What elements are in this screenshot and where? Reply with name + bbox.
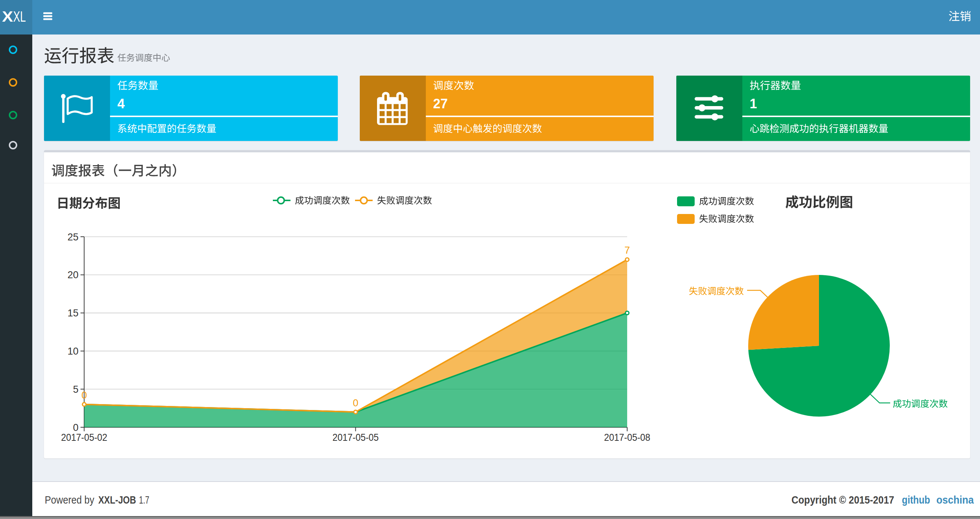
svg-text:7: 7 <box>624 245 630 256</box>
svg-text:4: 4 <box>118 96 125 111</box>
svg-text:1.7: 1.7 <box>139 494 149 506</box>
svg-text:Powered by: Powered by <box>45 494 94 506</box>
svg-text:10: 10 <box>67 346 78 357</box>
svg-text:20: 20 <box>67 270 78 280</box>
svg-text:15: 15 <box>67 308 78 319</box>
svg-text:github: github <box>902 494 930 506</box>
svg-text:27: 27 <box>433 96 448 111</box>
svg-text:5: 5 <box>73 384 78 395</box>
svg-text:oschina: oschina <box>936 494 974 506</box>
svg-text:2017-05-05: 2017-05-05 <box>332 432 379 443</box>
svg-text:Copyright © 2015-2017: Copyright © 2015-2017 <box>791 494 894 506</box>
svg-text:2017-05-02: 2017-05-02 <box>61 432 107 443</box>
svg-text:XL: XL <box>13 8 26 25</box>
svg-text:0: 0 <box>73 422 78 433</box>
svg-text:X: X <box>2 8 13 25</box>
svg-text:25: 25 <box>67 232 78 243</box>
svg-text:0: 0 <box>81 390 87 401</box>
svg-text:XXL-JOB: XXL-JOB <box>98 494 136 506</box>
svg-text:0: 0 <box>353 398 358 409</box>
svg-text:2017-05-08: 2017-05-08 <box>604 432 650 443</box>
svg-text:1: 1 <box>750 96 757 111</box>
